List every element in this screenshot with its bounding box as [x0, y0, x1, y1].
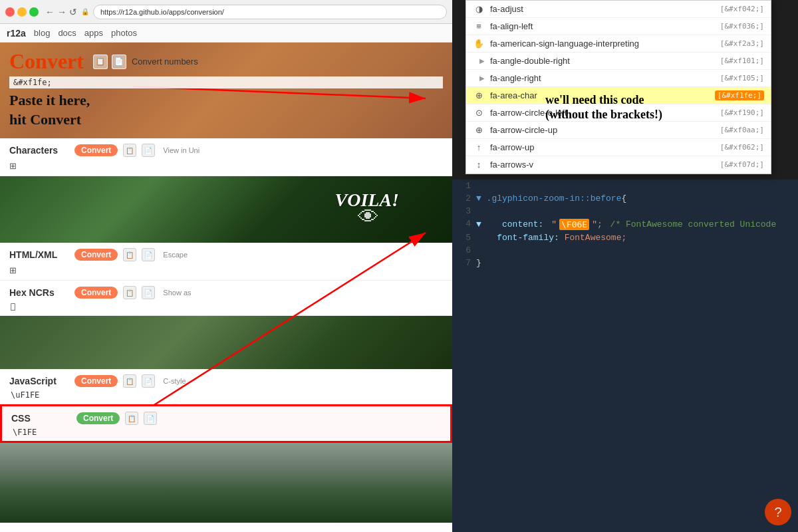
fa-angle-right-code: [&#xf105;] [720, 74, 764, 82]
browser-controls [5, 7, 39, 17]
site-name: r12a [7, 28, 26, 39]
red-circle: ? [765, 499, 791, 525]
javascript-extra[interactable]: C-style [163, 377, 186, 385]
hexncrs-file-icon[interactable]: 📄 [142, 286, 155, 299]
dropdown-item-fa-align-left[interactable]: ≡ fa-align-left [&#xf036;] [466, 18, 771, 35]
dropdown-item-fa-arrow-circle-up[interactable]: ⊕ fa-arrow-circle-up [&#xf0aa;] [466, 122, 771, 139]
css-convert-btn[interactable]: Convert [76, 412, 120, 424]
css-value: \F1FE [13, 428, 441, 437]
fa-asl-code: [&#xf2a3;] [720, 39, 764, 48]
fa-arrow-up-label: fa-arrow-up [490, 142, 715, 152]
dropdown-item-fa-arrows-v[interactable]: ↕ fa-arrows-v [&#xf07d;] [466, 156, 771, 174]
characters-copy-icon[interactable]: 📋 [123, 144, 136, 157]
dropdown-item-fa-angle-right[interactable]: ▶ fa-angle-right [&#xf105;] [466, 70, 771, 87]
characters-extra[interactable]: View in Uni [163, 146, 200, 154]
code-line-7: 7 } [452, 257, 798, 269]
fa-arrow-circle-o-left-icon: ⊙ [473, 108, 485, 118]
dropdown-item-fa-arrow-circle-o-left[interactable]: ⊙ fa-arrow-circle-o-left [&#xf190;] [466, 104, 771, 122]
hexncrs-copy-icon[interactable]: 📋 [123, 286, 136, 299]
voila-eye: 👁 [358, 205, 379, 229]
fa-arrow-circle-o-left-label: fa-arrow-circle-o-left [490, 108, 715, 118]
code-line-1: 1 [452, 180, 798, 192]
characters-section: Characters Convert 📋 📄 View in Uni ⊞ [0, 138, 452, 176]
content-property: ▼ content: [476, 219, 543, 229]
characters-convert-btn[interactable]: Convert [74, 144, 118, 156]
forest-image-1: VOILA! 👁 [0, 176, 452, 243]
htmlxml-section: HTML/XML Convert 📋 📄 Escape ⊞ [0, 243, 452, 281]
refresh-btn[interactable]: ↺ [69, 7, 77, 17]
nav-apps[interactable]: apps [84, 28, 103, 38]
fa-arrows-v-icon: ↕ [473, 160, 485, 170]
dropdown-item-fa-arrow-up[interactable]: ↑ fa-arrow-up [&#xf062;] [466, 139, 771, 156]
dropdown-item-fa-angle-double-right[interactable]: ▶ fa-angle-double-right [&#xf101;] [466, 53, 771, 70]
characters-grid-icon: ⊞ [9, 161, 17, 171]
right-panel: 📱 ◑ fa-adjust [&#xf042;] ≡ fa-align-left… [452, 0, 798, 532]
expand-arrow-2: ▶ [479, 74, 485, 82]
javascript-file-icon[interactable]: 📄 [142, 374, 155, 388]
css-file-icon[interactable]: 📄 [144, 412, 157, 425]
copy-icon[interactable]: 📋 [93, 55, 108, 69]
fa-arrows-v-label: fa-arrows-v [490, 160, 715, 170]
min-btn[interactable] [17, 7, 27, 17]
htmlxml-convert-btn[interactable]: Convert [74, 249, 118, 261]
convert-header: Convert 📋 📄 Convert numbers &#xf1fe; Pas… [0, 43, 452, 138]
css-label: CSS [11, 413, 71, 424]
nav-bar: r12a blog docs apps photos [0, 24, 452, 43]
convert-desc: Convert numbers [132, 57, 198, 66]
characters-label: Characters [9, 145, 69, 156]
css-section: CSS Convert 📋 📄 \F1FE [0, 404, 452, 443]
hexncrs-value:  [11, 302, 443, 311]
code-line-6: 6 [452, 244, 798, 257]
code-editor: 1 2 ▼ .glyphicon-zoom-in::before{ 3 4 ▼ … [452, 180, 798, 532]
fa-adjust-code: [&#xf042;] [720, 5, 764, 13]
characters-file-icon[interactable]: 📄 [142, 144, 155, 157]
fa-arrow-circle-o-left-code: [&#xf190;] [720, 108, 764, 117]
dropdown-item-fa-asl[interactable]: ✋ fa-american-sign-language-interpreting… [466, 35, 771, 53]
fa-adjust-label: fa-adjust [490, 4, 715, 14]
fa-arrow-up-code: [&#xf062;] [720, 143, 764, 152]
fa-asl-label: fa-american-sign-language-interpreting [490, 39, 715, 49]
nav-docs[interactable]: docs [58, 28, 76, 38]
htmlxml-extra[interactable]: Escape [163, 251, 188, 259]
bottom-section: Get the converted value and replace it i… [0, 443, 452, 532]
nav-blog[interactable]: blog [34, 28, 51, 38]
fa-align-left-label: fa-align-left [490, 21, 715, 31]
left-panel: ← → ↺ 🔒 r12a blog docs apps photos Conve… [0, 0, 452, 532]
max-btn[interactable] [29, 7, 39, 17]
header-icons: 📋 📄 [93, 55, 126, 69]
expand-arrow-1: ▶ [479, 57, 485, 65]
content-value: " [546, 219, 557, 229]
hexncrs-convert-btn[interactable]: Convert [74, 287, 118, 299]
close-btn[interactable] [5, 7, 15, 17]
fa-arrow-circle-up-label: fa-arrow-circle-up [490, 125, 715, 135]
bottom-hint: Get the converted value and replace it i… [0, 523, 452, 532]
htmlxml-copy-icon[interactable]: 📋 [123, 248, 136, 261]
address-bar[interactable] [93, 5, 447, 19]
css-copy-icon[interactable]: 📋 [125, 412, 138, 425]
hexncrs-extra[interactable]: Show as [163, 289, 191, 297]
dropdown-item-fa-area-char[interactable]: ⊕ fa-area-char [&#xf1fe;] [466, 87, 771, 104]
nav-photos[interactable]: photos [111, 28, 137, 38]
code-line-3: 3 [452, 205, 798, 217]
code-line-2: 2 ▼ .glyphicon-zoom-in::before{ [452, 192, 798, 205]
javascript-convert-btn[interactable]: Convert [74, 375, 118, 387]
hexncrs-label: Hex NCRs [9, 287, 69, 298]
code-line-4: 4 ▼ content: " \F06E "; /* FontAwesome c… [452, 217, 798, 231]
javascript-label: JavaScript [9, 376, 69, 386]
paste-hint: Paste it here, hit Convert [9, 91, 443, 129]
htmlxml-file-icon[interactable]: 📄 [142, 248, 155, 261]
font-family-property: font-family: [476, 233, 559, 243]
javascript-copy-icon[interactable]: 📋 [123, 374, 136, 388]
fa-arrow-up-icon: ↑ [473, 142, 485, 152]
dropdown-item-fa-adjust[interactable]: ◑ fa-adjust [&#xf042;] [466, 1, 771, 18]
dropdown-menu: ◑ fa-adjust [&#xf042;] ≡ fa-align-left [… [466, 0, 771, 174]
file-icon[interactable]: 📄 [112, 55, 126, 69]
back-btn[interactable]: ← [45, 7, 55, 17]
fa-area-char-label: fa-area-char [490, 90, 710, 100]
code-line-5: 5 font-family: FontAwesome; [452, 231, 798, 244]
font-family-value: FontAwesome; [565, 233, 627, 243]
fa-area-char-code: [&#xf1fe;] [715, 90, 764, 100]
forward-btn[interactable]: → [57, 7, 66, 17]
lock-icon: 🔒 [81, 8, 89, 15]
input-value: &#xf1fe; [9, 76, 443, 88]
